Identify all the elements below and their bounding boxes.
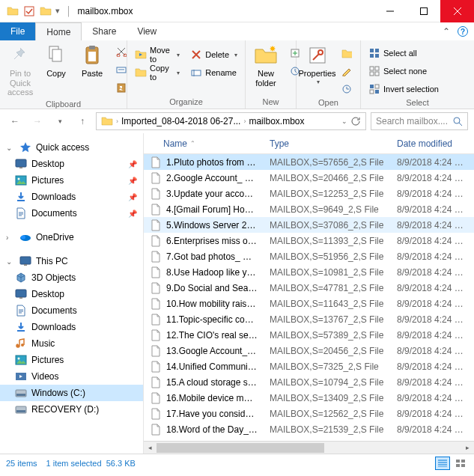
nav-this-pc[interactable]: ⌄This PC	[0, 253, 143, 269]
nav-c-drive[interactable]: Windows (C:)	[0, 385, 143, 401]
breadcrumb-seg-2[interactable]: mailbox.mbox	[246, 116, 307, 126]
rename-button[interactable]: Rename	[187, 64, 240, 81]
file-row[interactable]: 11.Topic-specific com...MAILBOX,S=13767_…	[144, 311, 474, 327]
file-row[interactable]: 6.Enterprises miss out ...MAILBOX,S=1139…	[144, 233, 474, 248]
nav-desktop[interactable]: Desktop📌	[0, 156, 143, 172]
file-row[interactable]: 7.Got bad photos_ Her...MAILBOX,S=51956_…	[144, 248, 474, 264]
nav-downloads[interactable]: Downloads📌	[0, 189, 143, 205]
history-button[interactable]	[338, 81, 356, 97]
copy-button[interactable]: Copy	[40, 42, 72, 80]
file-row[interactable]: 17.Have you considere...MAILBOX,S=12562_…	[144, 406, 474, 421]
nav-pictures-2[interactable]: Pictures	[0, 352, 143, 368]
file-row[interactable]: 18.Word of the Day_ u...MAILBOX,S=21539_…	[144, 421, 474, 437]
file-date: 8/9/2018 4:24 PM	[391, 409, 473, 419]
nav-documents-2[interactable]: Documents	[0, 302, 143, 319]
title-bar: ▾ │ mailbox.mbox	[0, 0, 474, 22]
minimize-button[interactable]	[373, 0, 407, 22]
nav-desktop-2[interactable]: Desktop	[0, 286, 143, 302]
maximize-button[interactable]	[407, 0, 440, 22]
address-bar[interactable]: › Imported_08-04-2018 06-27... › mailbox…	[96, 112, 366, 130]
file-row[interactable]: 1.Pluto photos from th...MAILBOX,S=57656…	[144, 154, 474, 170]
nav-pictures[interactable]: Pictures📌	[0, 172, 143, 189]
qat-dropdown-icon[interactable]: ▾	[55, 6, 60, 16]
tab-share[interactable]: Share	[82, 22, 127, 40]
nav-music[interactable]: Music	[0, 335, 143, 352]
file-type: MAILBOX,S=57389_2,S File	[264, 330, 391, 341]
svg-point-40	[454, 118, 460, 123]
file-row[interactable]: 12.The CIO's real securi...MAILBOX,S=573…	[144, 327, 474, 343]
details-view-button[interactable]	[435, 457, 450, 470]
nav-d-drive[interactable]: RECOVERY (D:)	[0, 401, 143, 418]
videos-icon	[15, 370, 27, 382]
properties-button[interactable]: Properties ▾	[301, 42, 333, 87]
qat-checkbox-icon[interactable]	[22, 4, 36, 18]
nav-3d-objects[interactable]: 3D Objects	[0, 269, 143, 286]
file-row[interactable]: 13.Google Account_ si...MAILBOX,S=20456_…	[144, 343, 474, 358]
nav-videos[interactable]: Videos	[0, 368, 143, 385]
scrollbar-thumb[interactable]	[157, 443, 324, 453]
column-name[interactable]: Name⌃	[144, 138, 264, 149]
file-row[interactable]: 15.A cloud storage sol...MAILBOX,S=10794…	[144, 374, 474, 390]
nav-documents[interactable]: Documents📌	[0, 205, 143, 222]
paste-button[interactable]: Paste	[76, 42, 108, 80]
tab-home[interactable]: Home	[35, 22, 82, 40]
new-folder-button[interactable]: New folder	[250, 42, 282, 89]
file-row[interactable]: 3.Update your account ...MAILBOX,S=12253…	[144, 186, 474, 201]
nav-onedrive[interactable]: ›OneDrive	[0, 229, 143, 245]
up-button[interactable]: ↑	[73, 112, 91, 130]
folder-small-icon[interactable]	[39, 4, 52, 18]
file-icon	[150, 282, 162, 294]
file-row[interactable]: 16.Mobile device man...MAILBOX,S=13409_2…	[144, 390, 474, 406]
delete-button[interactable]: Delete▾	[187, 46, 240, 63]
file-row[interactable]: 4.[Gmail Forum] How t...MAILBOX,S=9649_2…	[144, 201, 474, 217]
breadcrumb-seg-1[interactable]: Imported_08-04-2018 06-27...	[118, 116, 243, 126]
edit-button[interactable]	[338, 63, 356, 79]
tab-view[interactable]: View	[127, 22, 167, 40]
address-dropdown-icon[interactable]: ⌄	[341, 118, 347, 125]
file-row[interactable]: 8.Use Hadoop like you...MAILBOX,S=10981_…	[144, 264, 474, 280]
file-list[interactable]: 1.Pluto photos from th...MAILBOX,S=57656…	[144, 154, 474, 441]
file-row[interactable]: 14.Unified Communica...MAILBOX,S=7325_2,…	[144, 358, 474, 374]
file-row[interactable]: 2.Google Account_ sig...MAILBOX,S=20466_…	[144, 170, 474, 186]
open-icon	[341, 47, 353, 59]
back-button[interactable]: ←	[6, 112, 24, 130]
refresh-icon[interactable]	[350, 116, 361, 126]
cut-icon	[115, 46, 127, 58]
pin-to-quick-access-button[interactable]: Pin to Quick access	[4, 42, 36, 99]
status-size: 56.3 KB	[106, 459, 136, 468]
file-row[interactable]: 5.Windows Server 2016...MAILBOX,S=37086_…	[144, 217, 474, 233]
column-type[interactable]: Type	[264, 138, 391, 149]
horizontal-scrollbar[interactable]: ◂ ▸	[144, 441, 474, 454]
recent-locations-button[interactable]: ▾	[51, 112, 69, 130]
forward-button[interactable]: →	[28, 112, 46, 130]
file-type: MAILBOX,S=20456_2,S File	[264, 346, 391, 356]
tab-file[interactable]: File	[0, 22, 35, 40]
ribbon-collapse-icon[interactable]: ⌃	[443, 26, 450, 37]
open-button[interactable]	[338, 45, 356, 61]
scroll-right-icon[interactable]: ▸	[461, 442, 474, 454]
file-row[interactable]: 9.Do Social and Search...MAILBOX,S=47781…	[144, 280, 474, 296]
select-none-button[interactable]: Select none	[365, 63, 442, 79]
copy-to-button[interactable]: Copy to▾	[132, 64, 183, 81]
navigation-pane[interactable]: ⌄Quick access Desktop📌 Pictures📌 Downloa…	[0, 133, 144, 454]
file-date: 8/9/2018 4:24 PM	[391, 204, 473, 215]
move-to-button[interactable]: Move to▾	[132, 46, 183, 63]
file-date: 8/9/2018 4:24 PM	[391, 157, 473, 168]
documents-icon	[15, 305, 27, 317]
file-type: MAILBOX,S=12562_2,S File	[264, 409, 391, 419]
file-row[interactable]: 10.How mobility raises...MAILBOX,S=11643…	[144, 296, 474, 311]
file-date: 8/9/2018 4:24 PM	[391, 251, 473, 262]
nav-quick-access[interactable]: ⌄Quick access	[0, 139, 143, 156]
search-input[interactable]: Search mailbox....	[371, 112, 468, 130]
column-date[interactable]: Date modified	[391, 138, 473, 149]
desktop-icon	[15, 288, 27, 300]
help-icon[interactable]: ?	[458, 26, 468, 37]
nav-downloads-2[interactable]: Downloads	[0, 319, 143, 335]
close-button[interactable]	[440, 0, 474, 22]
ribbon: Pin to Quick access Copy Paste Clipboard…	[0, 40, 474, 109]
large-icons-view-button[interactable]	[453, 457, 468, 470]
file-icon	[150, 345, 162, 357]
scroll-left-icon[interactable]: ◂	[144, 442, 157, 454]
invert-selection-button[interactable]: Invert selection	[365, 81, 442, 97]
select-all-button[interactable]: Select all	[365, 45, 442, 61]
